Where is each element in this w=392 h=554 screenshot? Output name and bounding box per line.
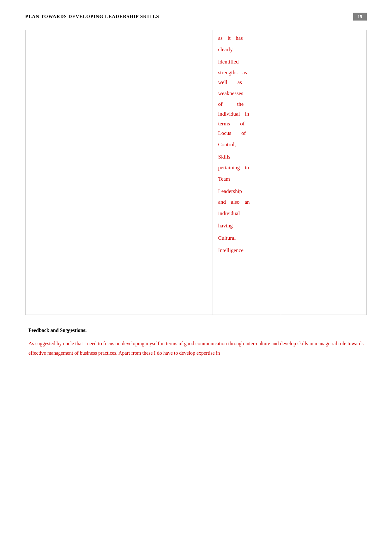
word-to: to [245,163,249,173]
list-item: weaknesses [218,87,276,99]
table-left-column [26,30,213,315]
word-of3: of [241,129,246,138]
list-item: Skills [218,151,276,163]
word-individual: individual [218,109,240,119]
list-item: identified [218,56,276,68]
list-item: Team [218,173,276,185]
word-in: in [245,109,249,119]
list-item: of the [218,99,276,109]
word-of2: of [240,119,244,129]
page-number: 19 [353,13,367,21]
table-right-column [281,30,366,315]
list-item: strengths as [218,68,276,78]
word-and: and [218,197,226,207]
word-an: an [244,197,250,207]
list-item: terms of [218,119,276,129]
word-as2: as [243,68,247,78]
feedback-section: Feedback and Suggestions: As suggested b… [25,328,367,358]
list-item: pertaining to [218,163,276,173]
page-container: PLAN TOWARDS DEVELOPING LEADERSHIP SKILL… [0,0,392,554]
list-item: Cultural [218,232,276,244]
word-pertaining: pertaining [218,163,240,173]
list-item: as it has [218,33,276,43]
word-locus: Locus [218,129,231,138]
content-table: as it has clearly identified strengths a… [25,30,367,315]
word-also: also [231,197,239,207]
word-the: the [237,99,244,109]
word-has: has [236,33,243,43]
word-as3: as [238,78,242,87]
feedback-body: As suggested by uncle that I need to foc… [28,339,364,358]
list-item: Locus of [218,129,276,138]
page-header: PLAN TOWARDS DEVELOPING LEADERSHIP SKILL… [25,13,367,21]
list-item: Control, [218,138,276,151]
list-item: and also an [218,197,276,207]
list-item: Leadership [218,185,276,197]
word-it: it [228,33,231,43]
list-item: individual in [218,109,276,119]
word-as: as [218,33,222,43]
table-middle-column: as it has clearly identified strengths a… [213,30,281,315]
word-of: of [218,99,222,109]
feedback-heading: Feedback and Suggestions: [28,328,364,333]
header-title: PLAN TOWARDS DEVELOPING LEADERSHIP SKILL… [25,14,159,19]
list-item: clearly [218,43,276,56]
list-item: having [218,220,276,232]
word-terms: terms [218,119,230,129]
word-strengths: strengths [218,68,237,78]
list-item: well as [218,78,276,87]
list-item: Intelligence [218,244,276,256]
word-well: well [218,78,227,87]
list-item: individual [218,207,276,220]
